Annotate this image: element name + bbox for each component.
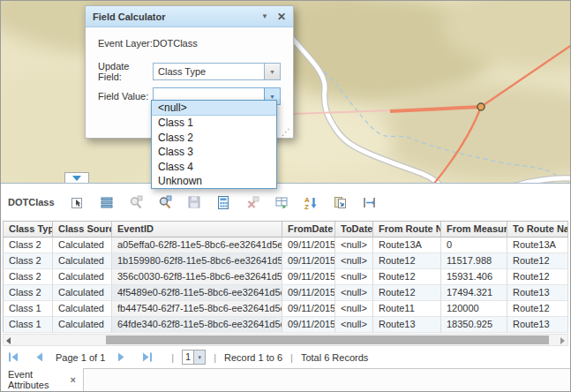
table-cell: 18350.925 bbox=[441, 317, 507, 333]
table-cell: Route12 bbox=[373, 285, 441, 301]
select-records-icon[interactable] bbox=[71, 195, 86, 210]
page-number-value: 1 bbox=[183, 351, 193, 364]
separator: | bbox=[214, 352, 216, 363]
table-cell: Class 1 bbox=[3, 317, 53, 333]
table-cell: Route12 bbox=[373, 253, 441, 269]
table-row[interactable]: Class 2Calculated356c0030-62f8-11e5-8bc6… bbox=[3, 269, 568, 285]
scrollbar-thumb[interactable] bbox=[106, 335, 549, 344]
table-cell: Class 2 bbox=[3, 253, 53, 269]
table-cell: 4f5489e0-62f8-11e5-8bc6-ee32641d5ec9 bbox=[112, 285, 282, 301]
table-toolbar: DOTClass bbox=[1, 184, 570, 221]
table-cell: Calculated bbox=[53, 301, 112, 317]
dialog-title-bar[interactable]: Field Calculator ▼ ✕ bbox=[86, 6, 293, 27]
table-cell: Route12 bbox=[373, 269, 441, 285]
table-cell: 09/11/2015 bbox=[282, 285, 335, 301]
table-cell: Route12 bbox=[507, 269, 568, 285]
table-cell: fb447540-62f7-11e5-8bc6-ee32641d5ec9 bbox=[112, 301, 282, 317]
table-header-row: Class TypeClass SourceEventIDFromDateToD… bbox=[3, 221, 568, 237]
table-row[interactable]: Class 1Calculated64fde340-62f8-11e5-8bc6… bbox=[3, 317, 568, 333]
dropdown-option[interactable]: Class 4 bbox=[152, 160, 276, 174]
table-cell: 09/11/2015 bbox=[282, 237, 335, 253]
table-cell: 356c0030-62f8-11e5-8bc6-ee32641d5ec9 bbox=[112, 269, 282, 285]
separator: | bbox=[171, 352, 174, 363]
update-field-value: Class Type bbox=[154, 64, 264, 79]
table-cell: Route13A bbox=[507, 237, 568, 253]
table-cell: 09/11/2015 bbox=[282, 253, 335, 269]
page-number-select[interactable]: 1 ▼ bbox=[182, 350, 206, 365]
delete-selected-icon bbox=[245, 195, 260, 210]
table-row[interactable]: Class 2Calculateda05effa0-62f8-11e5-8bc6… bbox=[3, 237, 568, 253]
add-records-icon[interactable] bbox=[274, 195, 289, 210]
table-row[interactable]: Class 2Calculated4f5489e0-62f8-11e5-8bc6… bbox=[3, 285, 568, 301]
table-cell: 09/11/2015 bbox=[282, 317, 335, 333]
column-header[interactable]: From Measure bbox=[441, 222, 507, 237]
field-calculator-icon[interactable] bbox=[216, 195, 231, 210]
record-range-label: Record 1 to 6 bbox=[224, 352, 282, 363]
tab-event-attributes[interactable]: Event Attributes × bbox=[1, 368, 84, 391]
sort-records-icon[interactable]: AZ bbox=[304, 195, 319, 210]
table-cell: Class 1 bbox=[3, 301, 53, 317]
page-label: Page 1 of 1 bbox=[56, 352, 105, 363]
update-field-select[interactable]: Class Type ▼ bbox=[153, 63, 281, 80]
chevron-down-icon[interactable]: ▼ bbox=[193, 351, 205, 364]
chevron-down-icon[interactable]: ▼ bbox=[264, 64, 280, 79]
table-cell: <null> bbox=[335, 253, 373, 269]
panel-collapse-tab[interactable] bbox=[64, 172, 89, 183]
table-cell: <null> bbox=[335, 317, 373, 333]
next-page-icon[interactable] bbox=[116, 351, 127, 363]
table-row[interactable]: Class 2Calculated1b159980-62f8-11e5-8bc6… bbox=[3, 253, 568, 269]
total-records-label: Total 6 Records bbox=[301, 352, 368, 363]
zoom-to-selected-icon bbox=[129, 195, 144, 210]
scroll-right-icon[interactable] bbox=[560, 337, 565, 344]
last-page-icon[interactable] bbox=[141, 351, 153, 363]
column-header[interactable]: FromDate bbox=[282, 222, 335, 237]
field-value-label: Field Value: bbox=[98, 91, 153, 102]
table-cell: Calculated bbox=[53, 285, 112, 301]
separator: | bbox=[290, 352, 293, 363]
svg-text:Z: Z bbox=[304, 203, 309, 210]
fit-column-widths-icon[interactable] bbox=[362, 195, 377, 210]
dropdown-option[interactable]: Class 2 bbox=[152, 131, 276, 145]
horizontal-scrollbar[interactable] bbox=[3, 334, 568, 346]
close-icon[interactable]: ✕ bbox=[277, 11, 286, 23]
column-header[interactable]: From Route Name bbox=[373, 222, 441, 237]
event-layer-label: Event Layer: bbox=[98, 38, 153, 49]
dropdown-option[interactable]: <null> bbox=[152, 101, 276, 116]
close-icon[interactable]: × bbox=[71, 374, 76, 385]
table-cell: a05effa0-62f8-11e5-8bc6-ee32641d5ec9 bbox=[112, 237, 282, 253]
table-cell: <null> bbox=[335, 301, 373, 317]
column-header[interactable]: To Route Name bbox=[507, 222, 568, 237]
field-value-dropdown: <null>Class 1Class 2Class 3Class 4Unknow… bbox=[151, 100, 277, 189]
previous-page-icon[interactable] bbox=[34, 351, 45, 363]
table-cell: 17494.321 bbox=[441, 285, 507, 301]
caret-down-icon[interactable]: ▼ bbox=[261, 12, 268, 20]
event-layer-value: DOTClass bbox=[153, 38, 198, 49]
table-cell: <null> bbox=[335, 269, 373, 285]
application-window: Field Calculator ▼ ✕ Event Layer: DOTCla… bbox=[0, 0, 571, 392]
column-header[interactable]: Class Type bbox=[3, 222, 53, 237]
table-cell: Route13 bbox=[507, 285, 568, 301]
table-cell: Route13A bbox=[373, 237, 441, 253]
table-cell: Class 2 bbox=[3, 237, 53, 253]
column-header[interactable]: Class Source bbox=[53, 222, 112, 237]
table-cell: Calculated bbox=[53, 253, 112, 269]
dropdown-option[interactable]: Unknown bbox=[152, 174, 276, 188]
show-selected-records-icon[interactable] bbox=[100, 195, 115, 210]
column-header[interactable]: EventID bbox=[112, 222, 282, 237]
table-cell: <null> bbox=[335, 285, 373, 301]
tab-bar: Event Attributes × bbox=[1, 368, 570, 391]
resize-grip-icon[interactable]: ⋰ bbox=[282, 128, 290, 137]
dropdown-option[interactable]: Class 3 bbox=[152, 145, 276, 159]
copy-records-icon[interactable] bbox=[333, 195, 348, 210]
table-cell: 15931.406 bbox=[441, 269, 507, 285]
pan-to-selected-icon[interactable] bbox=[158, 195, 173, 210]
table-row[interactable]: Class 1Calculatedfb447540-62f7-11e5-8bc6… bbox=[3, 301, 568, 317]
scroll-left-icon[interactable] bbox=[6, 337, 11, 344]
dropdown-option[interactable]: Class 1 bbox=[152, 116, 276, 130]
first-page-icon[interactable] bbox=[8, 351, 19, 363]
table-cell: Route12 bbox=[507, 301, 568, 317]
table-cell: Class 2 bbox=[3, 285, 53, 301]
table-cell: 0 bbox=[441, 237, 507, 253]
attribute-table-panel: DOTClass bbox=[1, 183, 570, 368]
column-header[interactable]: ToDate bbox=[335, 222, 373, 237]
